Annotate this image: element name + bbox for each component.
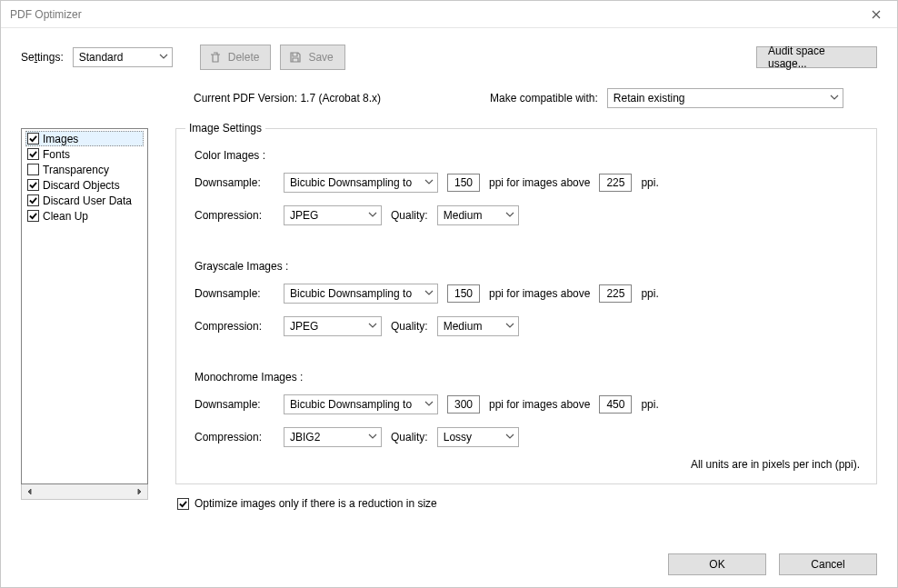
sidebar-checkbox[interactable]: [27, 179, 39, 191]
chevron-down-icon: [505, 209, 514, 222]
sidebar-item-label: Discard User Data: [43, 194, 132, 207]
window-title: PDF Optimizer: [10, 8, 855, 21]
gray-quality-label: Quality:: [391, 320, 428, 333]
gray-above-label: ppi for images above: [489, 287, 590, 300]
mono-compression-value: JBIG2: [290, 431, 320, 443]
cancel-label: Cancel: [811, 558, 844, 571]
gray-downsample-row: Downsample: Bicubic Downsampling to 150 …: [195, 282, 860, 305]
gray-compression-value: JPEG: [290, 320, 318, 333]
color-downsample-value: Bicubic Downsampling to: [290, 176, 412, 189]
sidebar-checkbox[interactable]: [27, 133, 39, 145]
color-dpi-input[interactable]: 150: [447, 174, 480, 192]
pdf-version-text: Current PDF Version: 1.7 (Acrobat 8.x): [194, 92, 381, 105]
gray-compression-row: Compression: JPEG Quality: Medium: [195, 314, 860, 338]
gray-images-title: Grayscale Images :: [195, 260, 860, 273]
gray-downsample-value: Bicubic Downsampling to: [290, 287, 412, 300]
gray-downsample-select[interactable]: Bicubic Downsampling to: [284, 284, 438, 304]
cancel-button[interactable]: Cancel: [779, 553, 877, 575]
optimize-only-checkbox[interactable]: [177, 498, 189, 510]
compat-select[interactable]: Retain existing: [607, 88, 843, 108]
settings-preset-select[interactable]: Standard: [73, 47, 173, 67]
trash-icon: [208, 50, 223, 65]
color-above-label: ppi for images above: [489, 176, 590, 189]
ppi-unit: ppi.: [641, 398, 658, 411]
sidebar-item-transparency[interactable]: Transparency: [25, 162, 144, 177]
sidebar-checkbox[interactable]: [27, 194, 39, 206]
color-quality-label: Quality:: [391, 209, 428, 222]
settings-panel: Image Settings Color Images : Downsample…: [175, 128, 877, 575]
body: ImagesFontsTransparencyDiscard ObjectsDi…: [21, 128, 877, 575]
sidebar-item-fonts[interactable]: Fonts: [25, 146, 144, 162]
color-compression-label: Compression:: [195, 209, 274, 222]
sidebar-item-clean-up[interactable]: Clean Up: [25, 208, 144, 224]
delete-label: Delete: [228, 51, 260, 64]
ok-button[interactable]: OK: [668, 553, 766, 575]
category-sidebar-wrap: ImagesFontsTransparencyDiscard ObjectsDi…: [21, 128, 148, 575]
color-downsample-select[interactable]: Bicubic Downsampling to: [284, 173, 438, 193]
mono-above-label: ppi for images above: [489, 398, 590, 411]
sidebar-hscrollbar[interactable]: [21, 484, 148, 500]
sidebar-item-label: Images: [43, 133, 78, 145]
delete-preset-button[interactable]: Delete: [200, 45, 272, 70]
mono-downsample-label: Downsample:: [195, 398, 274, 411]
sidebar-checkbox[interactable]: [27, 210, 39, 222]
chevron-down-icon: [424, 176, 434, 189]
gray-quality-value: Medium: [444, 320, 483, 333]
title-bar: PDF Optimizer: [1, 1, 897, 28]
chevron-down-icon: [368, 209, 377, 222]
color-compression-value: JPEG: [290, 209, 318, 222]
mono-images-title: Monochrome Images :: [195, 371, 860, 384]
gray-dpi-input[interactable]: 150: [447, 284, 480, 303]
color-downsample-label: Downsample:: [195, 176, 274, 189]
mono-dpi-input[interactable]: 300: [447, 395, 480, 414]
color-above-dpi-input[interactable]: 225: [599, 174, 632, 192]
sidebar-checkbox[interactable]: [27, 164, 39, 175]
gray-compression-select[interactable]: JPEG: [284, 316, 382, 336]
optimize-only-row: Optimize images only if there is a reduc…: [175, 497, 877, 510]
save-preset-button[interactable]: Save: [280, 45, 344, 70]
close-button[interactable]: [855, 1, 897, 28]
image-settings-group: Image Settings Color Images : Downsample…: [175, 128, 877, 484]
gray-above-dpi-input[interactable]: 225: [599, 284, 632, 303]
mono-downsample-select[interactable]: Bicubic Downsampling to: [284, 394, 438, 414]
dialog-footer: OK Cancel: [175, 532, 877, 575]
check-icon: [179, 500, 187, 508]
chevron-down-icon: [159, 51, 168, 64]
gray-quality-select[interactable]: Medium: [437, 316, 519, 336]
chevron-down-icon: [368, 320, 377, 333]
check-icon: [29, 212, 37, 220]
check-icon: [29, 181, 37, 189]
sidebar-item-discard-user-data[interactable]: Discard User Data: [25, 193, 144, 208]
group-legend: Image Settings: [185, 122, 265, 135]
ppi-unit: ppi.: [641, 176, 658, 189]
check-icon: [29, 196, 37, 204]
sidebar-checkbox[interactable]: [27, 148, 39, 160]
gray-compression-label: Compression:: [195, 320, 274, 333]
chevron-down-icon: [368, 431, 377, 443]
sidebar-item-discard-objects[interactable]: Discard Objects: [25, 177, 144, 193]
mono-quality-select[interactable]: Lossy: [437, 427, 519, 447]
chevron-down-icon: [424, 398, 434, 411]
info-row: Current PDF Version: 1.7 (Acrobat 8.x) M…: [21, 88, 877, 108]
top-toolbar: Settings: Standard Delete Save Audit spa…: [21, 45, 877, 70]
color-images-title: Color Images :: [195, 149, 860, 162]
optimize-only-label: Optimize images only if there is a reduc…: [195, 497, 437, 510]
color-quality-select[interactable]: Medium: [437, 205, 519, 225]
mono-above-dpi-input[interactable]: 450: [599, 395, 632, 414]
audit-space-button[interactable]: Audit space usage...: [756, 46, 877, 68]
settings-label: Settings:: [21, 51, 64, 64]
color-compression-select[interactable]: JPEG: [284, 205, 382, 225]
chevron-down-icon: [505, 320, 514, 333]
chevron-down-icon: [830, 92, 839, 105]
mono-quality-label: Quality:: [391, 431, 428, 443]
mono-downsample-row: Downsample: Bicubic Downsampling to 300 …: [195, 393, 860, 416]
mono-compression-select[interactable]: JBIG2: [284, 427, 382, 447]
mono-quality-value: Lossy: [444, 431, 472, 443]
ok-label: OK: [709, 558, 724, 571]
sidebar-item-images[interactable]: Images: [25, 131, 144, 146]
save-icon: [288, 50, 303, 65]
category-sidebar[interactable]: ImagesFontsTransparencyDiscard ObjectsDi…: [21, 128, 148, 484]
color-quality-value: Medium: [444, 209, 483, 222]
settings-preset-value: Standard: [79, 51, 124, 64]
ppi-unit: ppi.: [641, 287, 658, 300]
